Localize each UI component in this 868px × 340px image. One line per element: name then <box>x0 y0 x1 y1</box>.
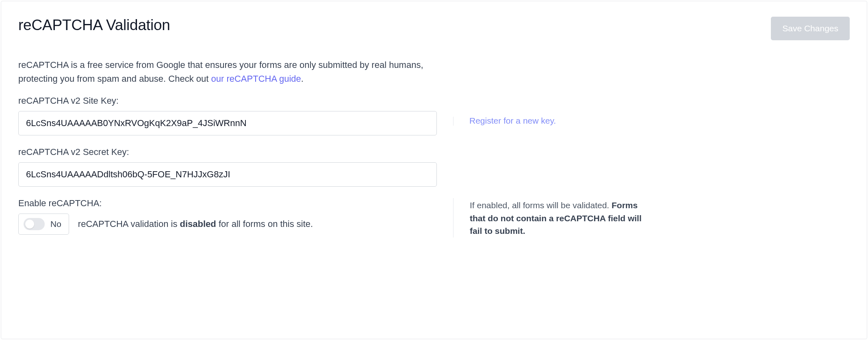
status-suffix: for all forms on this site. <box>216 219 313 229</box>
secret-key-input[interactable] <box>18 162 437 187</box>
site-key-input[interactable] <box>18 111 437 135</box>
site-key-side: Register for a new key. <box>453 96 556 126</box>
save-changes-button[interactable]: Save Changes <box>771 17 850 40</box>
enable-help-side: If enabled, all forms will be validated.… <box>453 198 648 238</box>
toggle-container: No reCAPTCHA validation is disabled for … <box>18 214 437 235</box>
header-row: reCAPTCHA Validation Save Changes <box>18 17 850 40</box>
divider-line <box>453 117 454 126</box>
secret-key-left: reCAPTCHA v2 Secret Key: <box>18 147 437 187</box>
status-prefix: reCAPTCHA validation is <box>78 219 180 229</box>
recaptcha-settings-panel: reCAPTCHA Validation Save Changes reCAPT… <box>1 1 867 339</box>
site-key-label: reCAPTCHA v2 Site Key: <box>18 96 437 106</box>
enable-help-text: If enabled, all forms will be validated.… <box>470 199 648 238</box>
enable-row: Enable reCAPTCHA: No reCAPTCHA validatio… <box>18 198 850 238</box>
site-key-row: reCAPTCHA v2 Site Key: Register for a ne… <box>18 96 850 135</box>
register-new-key-link[interactable]: Register for a new key. <box>469 116 556 125</box>
secret-key-label: reCAPTCHA v2 Secret Key: <box>18 147 437 157</box>
toggle-status-text: reCAPTCHA validation is disabled for all… <box>78 219 313 229</box>
page-title: reCAPTCHA Validation <box>18 17 170 34</box>
description-suffix: . <box>301 74 304 84</box>
description-text: reCAPTCHA is a free service from Google … <box>18 58 425 86</box>
toggle-box: No <box>18 214 69 235</box>
toggle-state-label: No <box>50 219 61 229</box>
site-key-left: reCAPTCHA v2 Site Key: <box>18 96 437 135</box>
secret-key-row: reCAPTCHA v2 Secret Key: <box>18 147 850 187</box>
enable-label: Enable reCAPTCHA: <box>18 198 437 209</box>
status-strong: disabled <box>180 219 216 229</box>
enable-left: Enable reCAPTCHA: No reCAPTCHA validatio… <box>18 198 437 235</box>
toggle-knob <box>25 220 34 229</box>
recaptcha-guide-link[interactable]: our reCAPTCHA guide <box>211 74 301 84</box>
enable-recaptcha-toggle[interactable] <box>24 218 45 230</box>
help-prefix: If enabled, all forms will be validated. <box>470 201 612 210</box>
